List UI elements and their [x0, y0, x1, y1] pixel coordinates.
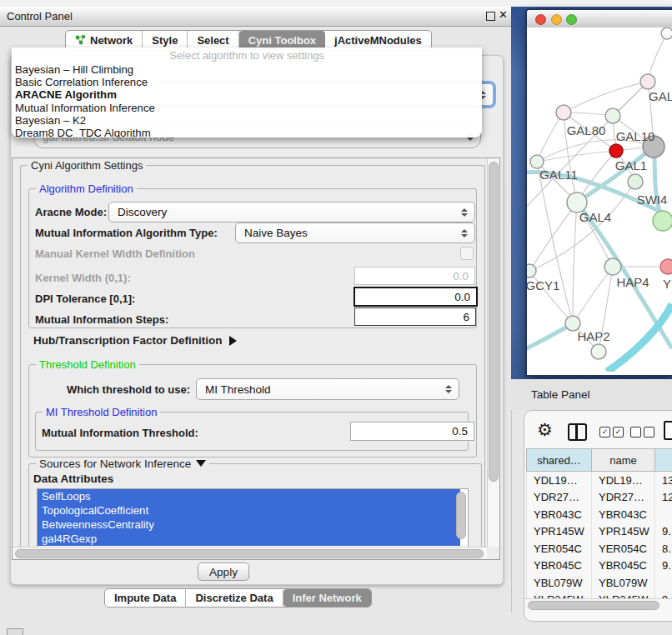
gear-icon[interactable]: ⚙ — [537, 422, 553, 438]
network-node-gal11[interactable] — [530, 155, 544, 168]
popup-header: Select algorithm to view settings — [12, 48, 482, 63]
node-label: Y — [663, 277, 671, 291]
node-label: GAL — [649, 89, 672, 103]
manual-kernel-checkbox[interactable] — [460, 247, 474, 260]
panel-title: Control Panel — [7, 10, 73, 22]
network-window-titlebar[interactable] — [527, 10, 672, 28]
network-node-swi4[interactable] — [628, 174, 643, 189]
network-node[interactable] — [653, 211, 672, 231]
attribute-item[interactable]: SelfLoops — [38, 489, 460, 503]
table-cell: YDR27… — [592, 489, 655, 507]
aracne-mode-label: Aracne Mode: — [35, 206, 107, 218]
sources-title[interactable]: Sources for Network Inference — [36, 458, 209, 470]
combo-arrows-icon — [443, 385, 454, 393]
attribute-item[interactable]: gal4RGexp — [38, 532, 460, 546]
network-node-hap4[interactable] — [604, 258, 621, 275]
network-node-gal1[interactable] — [609, 144, 623, 158]
tab-label: Infer Network — [293, 592, 362, 604]
which-threshold-label: Which threshold to use: — [67, 383, 190, 396]
select-all-checkbox-icon[interactable]: ✓✓ — [599, 427, 624, 438]
algorithm-dropdown-popup: Select algorithm to view settings Bayesi… — [12, 48, 482, 138]
table-cell: YBR043C — [527, 506, 592, 523]
node-label: GAL1 — [615, 158, 647, 172]
settings-vscrollbar-thumb[interactable] — [489, 162, 499, 482]
table-cell: YBR043C — [592, 506, 655, 523]
kernel-width-input[interactable]: 0.0 — [354, 267, 475, 285]
combo-arrows-icon — [459, 208, 470, 217]
tab-discretize-data[interactable]: Discretize Data — [186, 589, 283, 607]
deselect-all-checkbox-icon[interactable] — [630, 427, 654, 438]
tab-label: Network — [90, 34, 133, 47]
close-light[interactable] — [535, 14, 546, 25]
aracne-mode-combo[interactable]: Discovery — [108, 202, 475, 222]
network-canvas[interactable]: GALGAL80GAL10GAL1GAL11SWI4GAL4GCY1HAP4YH… — [527, 28, 672, 372]
algorithm-definition-title: Algorithm Definition — [36, 182, 137, 195]
algorithm-option[interactable]: Basic Correlation Inference — [12, 76, 482, 88]
table-cell: 13 — [655, 472, 672, 489]
algorithm-option[interactable]: Bayesian – Hill Climbing — [12, 63, 482, 76]
expanded-arrow-icon — [196, 460, 206, 467]
table-cell: YDL19… — [592, 472, 655, 489]
minimize-light[interactable] — [551, 14, 562, 25]
tab-label: Discretize Data — [195, 592, 273, 604]
network-node-y[interactable] — [660, 259, 672, 274]
table-row[interactable]: YPR145WYPR145W9. — [527, 523, 672, 541]
apply-button[interactable]: Apply — [198, 562, 249, 581]
node-label: GAL4 — [579, 210, 611, 224]
docked-panel-icon[interactable] — [7, 628, 23, 635]
column-header[interactable] — [655, 449, 672, 472]
close-icon[interactable]: ✕ — [499, 8, 508, 21]
file-icon[interactable] — [664, 421, 672, 440]
kernel-width-label: Kernel Width (0,1): — [35, 272, 131, 284]
table-row[interactable]: YDL19…YDL19…13 — [527, 472, 672, 489]
collapsed-arrow-icon — [229, 336, 237, 346]
table-row[interactable]: YBR043CYBR043C — [527, 506, 672, 523]
mi-steps-input[interactable]: 6 — [354, 308, 476, 326]
table-row[interactable]: YBR045CYBR045C9. — [527, 558, 672, 575]
attribute-list-scrollbar[interactable] — [456, 492, 466, 539]
data-attributes-list: SelfLoopsTopologicalCoefficientBetweenne… — [37, 488, 469, 548]
table-cell: YDR27… — [527, 489, 592, 507]
attribute-item[interactable]: BetweennessCentrality — [38, 518, 460, 532]
table-cell: YDL19… — [527, 472, 592, 489]
node-label: HAP2 — [577, 329, 609, 343]
mi-threshold-input[interactable]: 0.5 — [350, 422, 474, 441]
float-window-icon[interactable] — [486, 12, 495, 21]
network-node-gal[interactable] — [640, 74, 655, 89]
settings-hscrollbar-thumb[interactable] — [15, 549, 484, 558]
data-attributes-label: Data Attributes — [33, 472, 113, 485]
mi-steps-label: Mutual Information Steps: — [35, 313, 168, 326]
column-header[interactable]: name — [592, 449, 655, 472]
zoom-light[interactable] — [566, 14, 577, 25]
which-threshold-combo[interactable]: MI Threshold — [196, 378, 459, 400]
algorithm-option[interactable]: Bayesian – K2 — [12, 114, 482, 127]
attribute-item[interactable]: TopologicalCoefficient — [38, 503, 460, 518]
network-node[interactable] — [661, 28, 672, 39]
algorithm-option[interactable]: Mutual Information Inference — [12, 102, 482, 114]
table-cell: YBL079W — [592, 574, 655, 592]
table-row[interactable]: YER054CYER054C8. — [527, 540, 672, 558]
node-label: SWI4 — [637, 192, 668, 207]
tab-label: Select — [197, 34, 228, 47]
dpi-tolerance-label: DPI Tolerance [0,1]: — [35, 292, 135, 305]
table-cell: 8. — [655, 540, 672, 558]
table-hscrollbar-thumb[interactable] — [528, 601, 659, 610]
column-header[interactable]: shared… — [527, 449, 592, 472]
hub-section-toggle[interactable]: Hub/Transcription Factor Definition — [33, 334, 237, 347]
table-row[interactable]: YDR27…YDR27…12 — [527, 489, 672, 507]
tab-impute-data[interactable]: Impute Data — [105, 589, 186, 607]
network-node-gcy1[interactable] — [527, 264, 536, 278]
table-cell: YPR145W — [527, 523, 592, 541]
split-columns-icon[interactable] — [568, 423, 587, 441]
table-row[interactable]: YBL079WYBL079W — [527, 574, 672, 592]
tab-infer-network[interactable]: Infer Network — [283, 589, 371, 607]
network-node-gal10[interactable] — [605, 108, 620, 123]
algorithm-option[interactable]: Dream8 DC_TDC Algorithm — [12, 127, 482, 138]
algorithm-option[interactable]: ARACNE Algorithm — [12, 88, 482, 101]
table-cell: 12 — [655, 489, 672, 507]
network-node-gal80[interactable] — [556, 105, 571, 120]
mi-type-combo[interactable]: Naive Bayes — [235, 222, 475, 243]
network-node[interactable] — [591, 344, 606, 359]
group-title: Cyni Algorithm Settings — [28, 159, 146, 172]
dpi-tolerance-input[interactable]: 0.0 — [354, 287, 478, 307]
